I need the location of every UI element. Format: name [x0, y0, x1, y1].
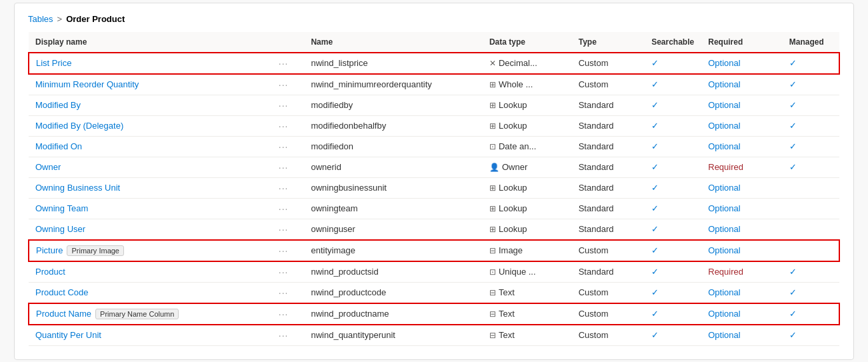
cell-type: Standard	[572, 198, 645, 219]
field-display-name[interactable]: Picture	[36, 245, 63, 255]
cell-type: Custom	[572, 74, 645, 95]
cell-logical-name: owningbusinessunit	[304, 177, 483, 198]
field-display-name[interactable]: Modified By	[35, 100, 81, 110]
field-display-name[interactable]: Owner	[35, 162, 61, 172]
cell-required: Optional	[701, 282, 783, 303]
cell-dots[interactable]: ···	[272, 303, 305, 325]
row-menu-dots[interactable]: ···	[279, 141, 289, 152]
searchable-check-icon: ✓	[651, 267, 659, 277]
table-row: Owning Business Unit···owningbusinessuni…	[29, 177, 839, 198]
required-text: Optional	[708, 330, 740, 340]
cell-data-type: ⊟Text	[483, 282, 572, 303]
cell-dots[interactable]: ···	[272, 74, 305, 95]
type-text: Date an...	[499, 141, 536, 151]
cell-managed	[783, 177, 839, 198]
cell-type: Standard	[572, 95, 645, 115]
managed-check-icon: ✓	[789, 309, 797, 319]
cell-logical-name: nwind_quantityperunit	[304, 325, 483, 346]
row-menu-dots[interactable]: ···	[279, 267, 289, 277]
cell-required: Optional	[701, 74, 783, 95]
row-menu-dots[interactable]: ···	[279, 287, 289, 298]
field-display-name[interactable]: Product	[35, 267, 65, 277]
row-menu-dots[interactable]: ···	[279, 121, 289, 131]
cell-dots[interactable]: ···	[272, 95, 305, 115]
cell-required: Optional	[701, 53, 783, 74]
cell-searchable: ✓	[645, 177, 701, 198]
required-text: Optional	[708, 287, 740, 297]
field-display-name[interactable]: Quantity Per Unit	[35, 330, 101, 340]
row-menu-dots[interactable]: ···	[279, 309, 289, 319]
searchable-check-icon: ✓	[651, 224, 659, 234]
field-display-name[interactable]: Product Code	[35, 287, 89, 297]
cell-dots[interactable]: ···	[272, 219, 305, 240]
cell-logical-name: modifiedby	[304, 95, 483, 115]
cell-dots[interactable]: ···	[272, 261, 305, 283]
cell-required: Required	[701, 261, 783, 283]
managed-check-icon: ✓	[789, 100, 797, 110]
cell-data-type: ⊞Lookup	[483, 177, 572, 198]
row-menu-dots[interactable]: ···	[279, 100, 289, 111]
cell-data-type: ⊟Image	[483, 240, 572, 261]
type-text: Text	[499, 330, 515, 340]
cell-dots[interactable]: ···	[272, 198, 305, 219]
row-menu-dots[interactable]: ···	[279, 162, 289, 173]
cell-logical-name: nwind_productcode	[304, 282, 483, 303]
cell-dots[interactable]: ···	[272, 282, 305, 303]
breadcrumb-tables[interactable]: Tables	[28, 14, 53, 24]
col-header-dots	[272, 32, 305, 53]
row-menu-dots[interactable]: ···	[279, 330, 289, 341]
required-text: Required	[708, 162, 743, 172]
type-icon: ⊟	[489, 309, 496, 319]
field-badge: Primary Name Column	[95, 309, 179, 319]
row-menu-dots[interactable]: ···	[279, 203, 289, 214]
table-row: Modified On···modifiedon⊡Date an...Stand…	[29, 136, 839, 157]
cell-dots[interactable]: ···	[272, 240, 305, 261]
field-display-name[interactable]: Product Name	[36, 309, 91, 319]
type-icon: 👤	[489, 163, 499, 172]
field-display-name[interactable]: List Price	[36, 58, 71, 68]
table-row: Product···nwind_productsid⊡Unique ...Sta…	[29, 261, 839, 283]
main-container: Tables > Order Product Display name Name…	[14, 3, 854, 360]
field-display-name[interactable]: Owning Business Unit	[35, 183, 120, 193]
cell-managed: ✓	[783, 95, 839, 115]
managed-check-icon: ✓	[789, 162, 797, 172]
row-menu-dots[interactable]: ···	[279, 245, 289, 256]
type-text: Lookup	[499, 203, 527, 213]
row-menu-dots[interactable]: ···	[279, 79, 289, 90]
row-menu-dots[interactable]: ···	[279, 224, 289, 235]
field-display-name[interactable]: Owning Team	[35, 203, 88, 213]
cell-required: Optional	[701, 240, 783, 261]
cell-display-name: Owner	[29, 157, 272, 177]
table-row: List Price···nwind_listprice✕Decimal...C…	[29, 53, 839, 74]
cell-searchable: ✓	[645, 282, 701, 303]
field-display-name[interactable]: Owning User	[35, 224, 85, 234]
cell-dots[interactable]: ···	[272, 177, 305, 198]
cell-display-name: Modified By (Delegate)	[29, 115, 272, 136]
cell-data-type: ⊞Lookup	[483, 115, 572, 136]
required-text: Optional	[708, 309, 740, 319]
cell-dots[interactable]: ···	[272, 157, 305, 177]
field-display-name[interactable]: Minimum Reorder Quantity	[35, 79, 139, 89]
row-menu-dots[interactable]: ···	[279, 183, 289, 193]
type-icon: ⊡	[489, 142, 496, 151]
cell-dots[interactable]: ···	[272, 115, 305, 136]
searchable-check-icon: ✓	[651, 183, 659, 193]
searchable-check-icon: ✓	[651, 203, 659, 213]
cell-managed: ✓	[783, 136, 839, 157]
cell-dots[interactable]: ···	[272, 136, 305, 157]
cell-searchable: ✓	[645, 198, 701, 219]
cell-managed: ✓	[783, 282, 839, 303]
cell-display-name: Owning Business Unit	[29, 177, 272, 198]
cell-data-type: ⊞Whole ...	[483, 74, 572, 95]
cell-searchable: ✓	[645, 95, 701, 115]
table-row: Minimum Reorder Quantity···nwind_minimum…	[29, 74, 839, 95]
cell-dots[interactable]: ···	[272, 53, 305, 74]
type-icon: ⊞	[489, 80, 496, 89]
field-display-name[interactable]: Modified By (Delegate)	[35, 121, 123, 131]
cell-type: Standard	[572, 219, 645, 240]
breadcrumb-current: Order Product	[66, 14, 125, 24]
cell-dots[interactable]: ···	[272, 325, 305, 346]
type-icon: ⊞	[489, 183, 496, 193]
row-menu-dots[interactable]: ···	[279, 58, 289, 69]
field-display-name[interactable]: Modified On	[35, 141, 82, 151]
